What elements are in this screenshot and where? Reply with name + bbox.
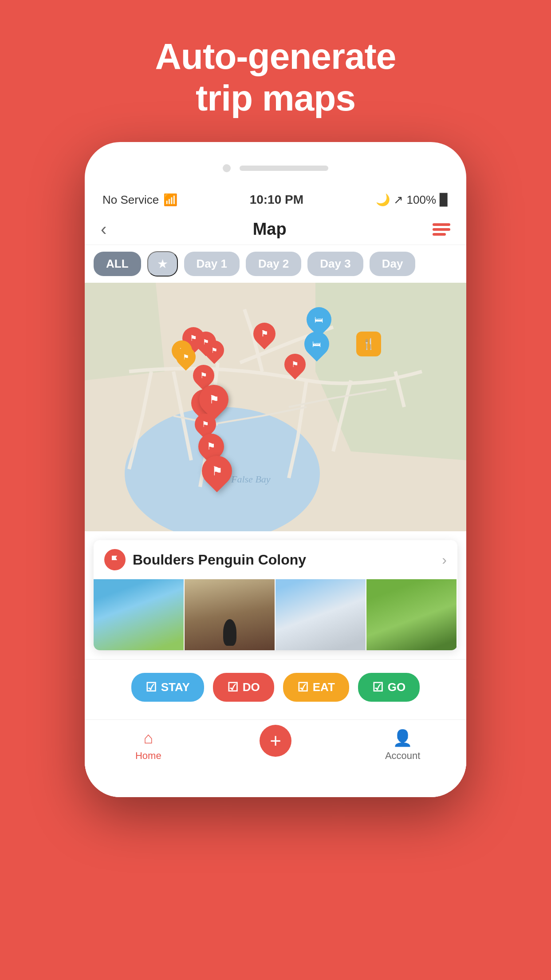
place-images	[94, 579, 457, 650]
tab-bar: ⌂ Home + 👤 Account	[85, 719, 466, 775]
filter-day2[interactable]: Day 2	[246, 252, 301, 276]
filter-day3[interactable]: Day 3	[307, 252, 363, 276]
category-bar: ☑ STAY ☑ DO ☑ EAT ☑ GO	[85, 660, 466, 719]
phone-bottom	[85, 775, 466, 797]
map-area[interactable]: False Bay ⚑ 🛏 🛏	[85, 283, 466, 531]
add-icon: +	[270, 730, 281, 752]
wifi-icon: 📶	[163, 193, 177, 207]
map-svg: False Bay	[85, 283, 466, 531]
home-icon: ⌂	[143, 729, 153, 747]
no-service-label: No Service	[102, 193, 159, 207]
nav-title: Map	[253, 220, 287, 239]
tab-account[interactable]: 👤 Account	[339, 729, 466, 762]
map-pin-selected[interactable]: ⚑	[199, 385, 228, 414]
map-pin-food[interactable]: 🍴	[356, 332, 381, 356]
svg-text:False Bay: False Bay	[231, 474, 271, 485]
map-pin-4[interactable]: ⚑	[205, 340, 224, 360]
nav-bar: ‹ Map	[85, 214, 466, 245]
map-pin-5[interactable]: ⚑	[193, 365, 214, 386]
moon-icon: 🌙	[376, 193, 390, 207]
menu-button[interactable]	[433, 223, 450, 236]
phone-top	[85, 164, 466, 186]
place-image-2	[185, 579, 276, 650]
do-label: DO	[243, 680, 260, 694]
battery-pct: 100%	[407, 193, 437, 207]
page-background: Auto-generate trip maps No Service 📶 10:…	[0, 0, 551, 980]
tab-home[interactable]: ⌂ Home	[85, 729, 212, 762]
screen: No Service 📶 10:10 PM 🌙 ↗ 100% ▉ ‹ Map	[85, 186, 466, 775]
do-check-icon: ☑	[227, 680, 238, 695]
map-pin-orange-2[interactable]: ⚑	[176, 347, 196, 367]
place-flag-icon	[104, 549, 126, 570]
tab-add[interactable]: +	[212, 734, 339, 757]
status-right: 🌙 ↗ 100% ▉	[376, 193, 449, 207]
stay-label: STAY	[161, 680, 190, 694]
phone-mockup: No Service 📶 10:10 PM 🌙 ↗ 100% ▉ ‹ Map	[85, 142, 466, 797]
place-card-header: Boulders Penguin Colony ›	[94, 540, 457, 579]
go-button[interactable]: ☑ GO	[358, 673, 420, 702]
map-pin-7[interactable]: ⚑	[195, 414, 216, 435]
filter-star[interactable]: ★	[147, 251, 178, 277]
place-card-area: Boulders Penguin Colony ›	[85, 531, 466, 660]
filter-bar: ALL ★ Day 1 Day 2 Day 3 Day	[85, 245, 466, 283]
map-pin-6[interactable]: ⚑	[284, 354, 306, 375]
location-icon: ↗	[394, 193, 403, 207]
menu-line-2	[433, 228, 450, 231]
place-card[interactable]: Boulders Penguin Colony ›	[94, 540, 457, 650]
status-left: No Service 📶	[102, 193, 177, 207]
eat-label: EAT	[313, 680, 335, 694]
header-text: Auto-generate trip maps	[0, 0, 551, 146]
go-label: GO	[388, 680, 405, 694]
eat-button[interactable]: ☑ EAT	[283, 673, 349, 702]
filter-day1[interactable]: Day 1	[184, 252, 240, 276]
do-button[interactable]: ☑ DO	[213, 673, 274, 702]
status-time: 10:10 PM	[250, 193, 303, 207]
map-pin-1[interactable]: ⚑	[253, 323, 276, 345]
menu-line-1	[433, 223, 450, 226]
filter-day-more[interactable]: Day	[370, 252, 416, 276]
home-label: Home	[135, 750, 161, 762]
add-button[interactable]: +	[260, 725, 291, 757]
place-chevron[interactable]: ›	[442, 552, 447, 568]
place-image-1	[94, 579, 185, 650]
eat-check-icon: ☑	[297, 680, 308, 695]
header-line2: trip maps	[196, 78, 355, 118]
status-bar: No Service 📶 10:10 PM 🌙 ↗ 100% ▉	[85, 186, 466, 214]
battery-icon: ▉	[440, 193, 449, 207]
filter-all[interactable]: ALL	[94, 252, 141, 276]
account-icon: 👤	[393, 729, 413, 747]
phone-speaker	[240, 166, 328, 171]
map-pin-9[interactable]: ⚑	[202, 456, 232, 486]
place-image-3	[276, 579, 366, 650]
place-title-area: Boulders Penguin Colony	[104, 549, 306, 570]
account-label: Account	[385, 750, 421, 762]
phone-dot	[223, 164, 231, 172]
map-pin-hotel-2[interactable]: 🛏	[304, 332, 329, 356]
place-image-4	[366, 579, 457, 650]
header-line1: Auto-generate	[155, 36, 396, 76]
place-title: Boulders Penguin Colony	[133, 552, 306, 568]
stay-check-icon: ☑	[146, 680, 157, 695]
stay-button[interactable]: ☑ STAY	[131, 673, 204, 702]
menu-line-3	[433, 233, 446, 236]
map-pin-hotel-1[interactable]: 🛏	[307, 307, 331, 332]
back-button[interactable]: ‹	[101, 219, 106, 239]
go-check-icon: ☑	[372, 680, 383, 695]
